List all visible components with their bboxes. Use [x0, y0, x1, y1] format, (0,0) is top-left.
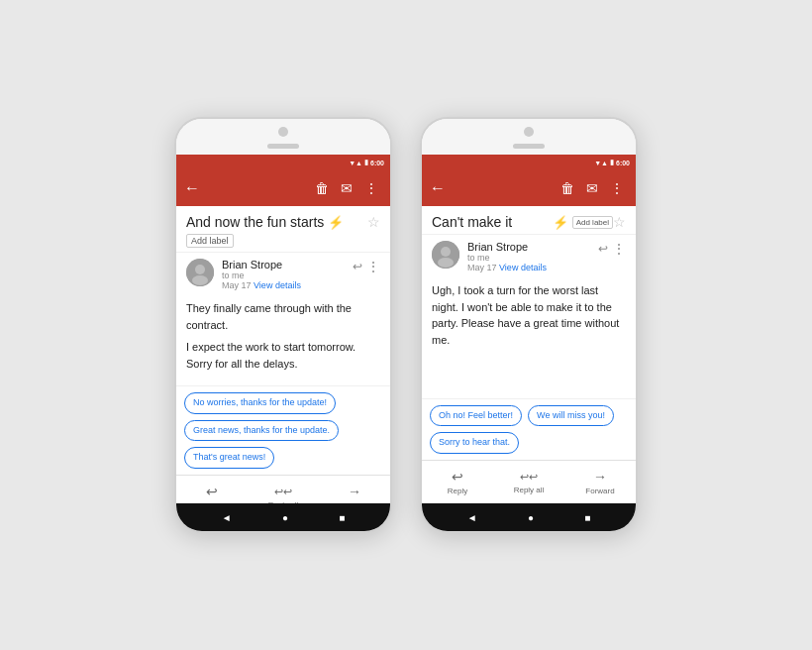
forward-action-icon: →	[348, 484, 361, 499]
delete-icon[interactable]: 🗑	[311, 176, 333, 200]
nav-recents-button-2[interactable]: ■	[576, 508, 598, 527]
svg-point-5	[438, 258, 454, 268]
phone-1-camera	[278, 127, 288, 137]
reply-all-button-2[interactable]: ↩↩ Reply all	[493, 465, 564, 499]
email-icon[interactable]: ✉	[337, 176, 356, 200]
add-label-button-2[interactable]: Add label	[572, 216, 613, 229]
delete-icon-2[interactable]: 🗑	[557, 176, 578, 200]
phone-1-status-bar: ▼▲ ▮ 6:00	[176, 155, 390, 170]
reply-action-label-2: Reply	[448, 487, 467, 495]
reply-all-action-icon-2: ↩↩	[520, 471, 538, 484]
smart-reply-2[interactable]: Great news, thanks for the update.	[184, 420, 339, 442]
sender-more-icon[interactable]: ⋮	[366, 259, 380, 274]
phone-2-toolbar: ← 🗑 ✉ ⋮	[422, 170, 636, 206]
reply-all-action-label-2: Reply all	[514, 486, 545, 494]
phone-1-smart-replies: No worries, thanks for the update! Great…	[176, 385, 390, 475]
smart-reply-1[interactable]: No worries, thanks for the update!	[184, 392, 336, 414]
reply-icon-2[interactable]: ↩	[598, 242, 608, 256]
phone-1-speaker	[267, 144, 299, 149]
forward-action-label-2: Forward	[585, 487, 614, 495]
body-paragraph-1: They finally came through with the contr…	[186, 300, 380, 333]
nav-home-button-2[interactable]: ●	[520, 508, 542, 527]
sender-date-2: May 17 View details	[467, 263, 590, 272]
reply-button-2[interactable]: ↩ Reply	[422, 465, 493, 499]
phone-2-camera	[524, 127, 534, 137]
battery-icon: ▮	[364, 159, 368, 166]
phone-2: ▼▲ ▮ 6:00 ← 🗑 ✉ ⋮ Can't make it	[420, 117, 638, 533]
add-label-button[interactable]: Add label	[186, 234, 234, 248]
phone-2-email-header: Can't make it ⚡ Add label ☆	[422, 206, 636, 235]
nav-home-button[interactable]: ●	[274, 508, 296, 527]
forward-button-2[interactable]: → Forward	[564, 465, 636, 499]
nav-back-button[interactable]: ◄	[214, 508, 240, 527]
phone-2-smart-replies: Oh no! Feel better! We will miss you! So…	[422, 398, 636, 460]
forward-action-icon-2: →	[593, 469, 607, 485]
phone-2-nav-bar: ◄ ● ■	[422, 503, 636, 531]
phone-2-sender-row: Brian Strope to me May 17 View details ↩…	[422, 235, 636, 278]
phone-2-speaker	[513, 144, 545, 149]
smart-reply-2-1[interactable]: Oh no! Feel better!	[430, 405, 522, 427]
star-icon[interactable]: ☆	[367, 214, 380, 230]
phone-1-toolbar: ← 🗑 ✉ ⋮	[176, 170, 390, 206]
forward-button[interactable]: → Forward	[319, 480, 390, 503]
sender-name-2: Brian Strope	[467, 241, 590, 253]
subject-emoji: ⚡	[328, 215, 344, 230]
sender-to-2: to me	[467, 253, 590, 263]
phone-1-top-bar	[176, 119, 390, 155]
phone-1-sender-row: Brian Strope to me May 17 View details ↩…	[176, 253, 390, 296]
sender-name: Brian Strope	[222, 259, 345, 271]
more-icon[interactable]: ⋮	[360, 176, 382, 200]
phone-2-status-bar: ▼▲ ▮ 6:00	[422, 155, 636, 170]
back-button-2[interactable]: ←	[430, 179, 446, 197]
body-paragraph-phone2: Ugh, I took a turn for the worst last ni…	[432, 282, 626, 348]
time: 6:00	[370, 160, 384, 166]
phone-1-email-header: And now the fun starts ⚡ ☆ Add label	[176, 206, 390, 253]
subject-emoji-2: ⚡	[553, 215, 568, 230]
nav-recents-button[interactable]: ■	[331, 508, 353, 527]
body-paragraph-2: I expect the work to start tomorrow. Sor…	[186, 339, 380, 372]
back-button[interactable]: ←	[184, 179, 200, 197]
time-2: 6:00	[616, 160, 630, 166]
smart-reply-2-2[interactable]: We will miss you!	[528, 405, 614, 427]
smart-reply-3[interactable]: That's great news!	[184, 447, 274, 469]
more-icon-2[interactable]: ⋮	[606, 176, 628, 200]
phone-2-top-bar	[422, 119, 636, 155]
sender-to: to me	[222, 271, 345, 280]
phone-1-subject: And now the fun starts ⚡	[186, 214, 367, 230]
view-details-link[interactable]: View details	[254, 280, 301, 290]
sender-more-icon-2[interactable]: ⋮	[612, 241, 626, 257]
phone-2-avatar	[432, 241, 459, 269]
signal-icon-2: ▼▲	[594, 160, 608, 166]
phone-1-nav-bar: ◄ ● ■	[176, 503, 390, 531]
phone-1-email-content: And now the fun starts ⚡ ☆ Add label	[176, 206, 390, 503]
phone-1: ▼▲ ▮ 6:00 ← 🗑 ✉ ⋮ And now the fun starts	[174, 117, 392, 533]
reply-all-action-icon: ↩↩	[274, 486, 292, 498]
reply-all-button[interactable]: ↩↩ Reply all	[248, 480, 319, 503]
smart-reply-2-3[interactable]: Sorry to hear that.	[430, 432, 519, 454]
phone-1-action-bar: ↩ Reply ↩↩ Reply all → Forward	[176, 475, 390, 503]
phone-2-email-content: Can't make it ⚡ Add label ☆	[422, 206, 636, 503]
phone-2-subject: Can't make it	[432, 214, 549, 230]
svg-point-1	[195, 265, 205, 274]
phone-2-screen: ▼▲ ▮ 6:00 ← 🗑 ✉ ⋮ Can't make it	[422, 155, 636, 531]
view-details-link-2[interactable]: View details	[499, 263, 547, 272]
phone-1-screen: ▼▲ ▮ 6:00 ← 🗑 ✉ ⋮ And now the fun starts	[176, 155, 390, 531]
reply-action-icon-2: ↩	[452, 469, 463, 485]
svg-point-2	[192, 275, 208, 285]
phone-1-avatar	[186, 259, 214, 286]
star-icon-2[interactable]: ☆	[613, 214, 626, 230]
nav-back-button-2[interactable]: ◄	[459, 508, 485, 527]
phones-container: ▼▲ ▮ 6:00 ← 🗑 ✉ ⋮ And now the fun starts	[174, 117, 638, 533]
email-icon-2[interactable]: ✉	[582, 176, 602, 200]
signal-icon: ▼▲	[349, 160, 362, 166]
phone-2-action-bar: ↩ Reply ↩↩ Reply all → Forward	[422, 460, 636, 503]
svg-point-4	[441, 247, 451, 257]
phone-2-sender-info: Brian Strope to me May 17 View details	[467, 241, 590, 272]
phone-1-email-body: They finally came through with the contr…	[176, 296, 390, 385]
sender-date: May 17 View details	[222, 280, 345, 290]
reply-action-icon: ↩	[206, 484, 218, 499]
phone-2-email-body: Ugh, I took a turn for the worst last ni…	[422, 278, 636, 398]
phone-1-sender-info: Brian Strope to me May 17 View details	[222, 259, 345, 290]
reply-icon[interactable]: ↩	[353, 260, 362, 273]
reply-button[interactable]: ↩ Reply	[176, 480, 248, 503]
